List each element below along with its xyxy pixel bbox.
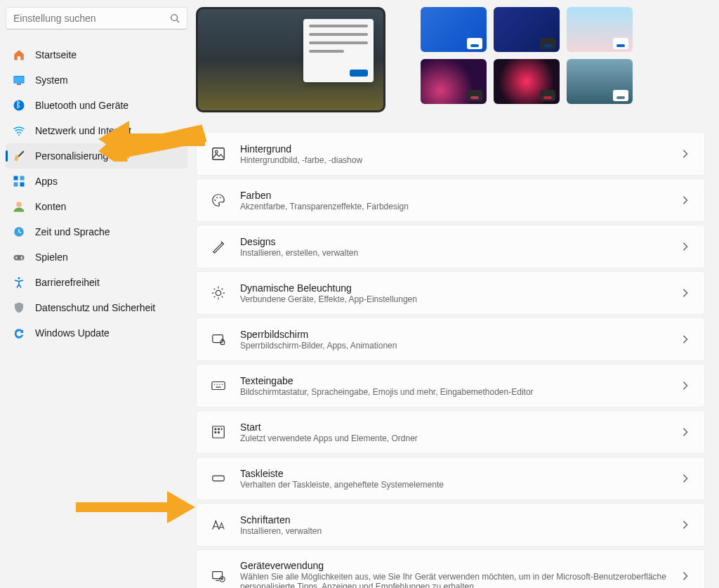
sidebar-item-label: Netzwerk und Internet: [35, 125, 131, 136]
card-desc: Bildschirmtastatur, Spracheingabe, Emoji…: [240, 387, 666, 397]
fonts-icon: [211, 517, 226, 533]
chevron-right-icon: [680, 571, 690, 581]
sidebar-item-accessibility[interactable]: Barrierefreiheit: [6, 270, 187, 295]
card-desc: Installieren, verwalten: [240, 526, 666, 536]
chevron-right-icon: [680, 242, 690, 251]
chevron-right-icon: [680, 195, 690, 205]
update-icon: [13, 327, 25, 339]
accessibility-icon: [13, 276, 25, 289]
network-icon: [13, 124, 25, 137]
home-icon: [13, 48, 25, 61]
sidebar-item-time[interactable]: Zeit und Sprache: [6, 219, 187, 244]
card-desc: Zuletzt verwendete Apps und Elemente, Or…: [240, 433, 666, 443]
sidebar-item-bluetooth[interactable]: Bluetooth und Geräte: [6, 93, 187, 118]
card-keyboard[interactable]: Texteingabe Bildschirmtastatur, Sprachei…: [196, 364, 705, 407]
sidebar-item-label: Datenschutz und Sicherheit: [35, 302, 155, 313]
sidebar-item-update[interactable]: Windows Update: [6, 320, 187, 346]
sidebar-item-label: Bluetooth und Geräte: [35, 100, 128, 111]
card-title: Schriftarten: [240, 514, 666, 525]
card-desc: Wählen Sie alle Möglichkeiten aus, wie S…: [240, 572, 666, 588]
card-title: Dynamische Beleuchtung: [240, 282, 666, 294]
start-icon: [211, 424, 226, 440]
card-desc: Verbundene Geräte, Effekte, App-Einstell…: [240, 294, 666, 304]
apps-icon: [13, 175, 25, 188]
theme-option-4[interactable]: [494, 59, 560, 104]
sidebar-item-label: Windows Update: [35, 327, 110, 339]
sidebar-item-accounts[interactable]: Konten: [6, 194, 187, 219]
sidebar-item-privacy[interactable]: Datenschutz und Sicherheit: [6, 295, 187, 320]
card-light[interactable]: Dynamische Beleuchtung Verbundene Geräte…: [196, 271, 705, 315]
search-box[interactable]: [6, 7, 187, 30]
theme-option-0[interactable]: [421, 7, 487, 52]
chevron-right-icon: [680, 520, 690, 530]
card-title: Geräteverwendung: [240, 560, 666, 571]
deviceusage-icon: [211, 568, 226, 584]
personalisation-icon: [13, 150, 25, 162]
sidebar-item-label: Konten: [35, 201, 66, 212]
card-desc: Installieren, erstellen, verwalten: [240, 248, 666, 258]
card-title: Designs: [240, 236, 666, 247]
card-title: Hintergrund: [240, 143, 666, 155]
chevron-right-icon: [680, 381, 690, 391]
card-deviceusage[interactable]: Geräteverwendung Wählen Sie alle Möglich…: [196, 549, 705, 588]
main-content: Hintergrund Hintergrundbild, -farbe, -di…: [193, 0, 719, 588]
sidebar-item-gaming[interactable]: Spielen: [6, 244, 187, 270]
sidebar-item-network[interactable]: Netzwerk und Internet: [6, 118, 187, 143]
accounts-icon: [13, 200, 25, 213]
chevron-right-icon: [680, 288, 690, 298]
keyboard-icon: [211, 378, 226, 393]
time-icon: [13, 226, 25, 238]
themes-icon: [211, 239, 226, 254]
card-desc: Verhalten der Taskleiste, angeheftete Sy…: [240, 480, 666, 490]
system-icon: [13, 74, 25, 86]
search-input[interactable]: [13, 13, 170, 24]
card-title: Sperrbildschirm: [240, 329, 666, 340]
sidebar-item-label: Barrierefreiheit: [35, 277, 100, 288]
sidebar-item-system[interactable]: System: [6, 67, 187, 93]
sidebar-nav: Startseite System Bluetooth und Geräte N…: [6, 42, 187, 346]
card-desc: Sperrbildschirm-Bilder, Apps, Animatione…: [240, 341, 666, 351]
card-desc: Akzentfarbe, Transparenzeffekte, Farbdes…: [240, 202, 666, 211]
theme-option-3[interactable]: [421, 59, 487, 104]
theme-option-5[interactable]: [567, 59, 633, 104]
sidebar-item-apps[interactable]: Apps: [6, 169, 187, 194]
desktop-preview[interactable]: [196, 7, 385, 112]
card-title: Taskleiste: [240, 468, 666, 479]
colors-icon: [211, 192, 226, 208]
card-lockscreen[interactable]: Sperrbildschirm Sperrbildschirm-Bilder, …: [196, 318, 705, 361]
theme-option-1[interactable]: [494, 7, 560, 52]
taskbar-icon: [211, 471, 226, 486]
chevron-right-icon: [680, 149, 690, 159]
card-start[interactable]: Start Zuletzt verwendete Apps und Elemen…: [196, 410, 705, 454]
search-icon: [170, 13, 180, 23]
sidebar-item-personalisation[interactable]: Personalisierung: [6, 143, 187, 169]
card-taskbar[interactable]: Taskleiste Verhalten der Taskleiste, ang…: [196, 457, 705, 500]
sidebar-item-home[interactable]: Startseite: [6, 42, 187, 67]
light-icon: [211, 285, 226, 301]
sidebar: Startseite System Bluetooth und Geräte N…: [0, 0, 193, 588]
card-background[interactable]: Hintergrund Hintergrundbild, -farbe, -di…: [196, 132, 705, 176]
chevron-right-icon: [680, 473, 690, 483]
sidebar-item-label: Apps: [35, 176, 58, 187]
sidebar-item-label: Spielen: [35, 251, 68, 263]
sidebar-item-label: Personalisierung: [35, 150, 108, 162]
card-themes[interactable]: Designs Installieren, erstellen, verwalt…: [196, 225, 705, 268]
background-icon: [211, 146, 226, 162]
card-title: Texteingabe: [240, 375, 666, 386]
card-fonts[interactable]: Schriftarten Installieren, verwalten: [196, 503, 705, 547]
chevron-right-icon: [680, 334, 690, 344]
card-colors[interactable]: Farben Akzentfarbe, Transparenzeffekte, …: [196, 178, 705, 222]
card-title: Start: [240, 422, 666, 433]
theme-option-2[interactable]: [567, 7, 633, 52]
privacy-icon: [13, 301, 25, 314]
personalization-preview: [196, 7, 705, 112]
lockscreen-icon: [211, 332, 226, 347]
theme-grid: [421, 7, 633, 112]
sidebar-item-label: Startseite: [35, 49, 77, 60]
chevron-right-icon: [680, 427, 690, 437]
card-desc: Hintergrundbild, -farbe, -diashow: [240, 155, 666, 165]
sidebar-item-label: System: [35, 74, 68, 86]
gaming-icon: [13, 251, 25, 263]
settings-list: Hintergrund Hintergrundbild, -farbe, -di…: [196, 132, 705, 588]
bluetooth-icon: [13, 99, 25, 112]
